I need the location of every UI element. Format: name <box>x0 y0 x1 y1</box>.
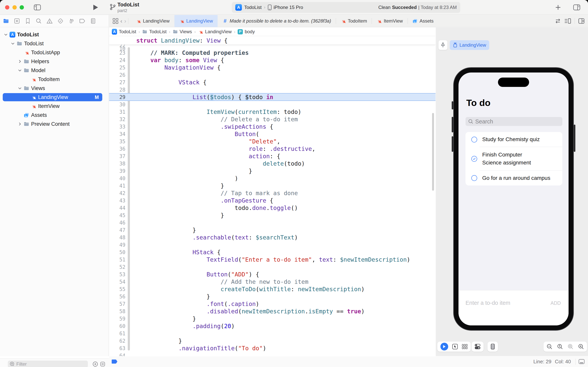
scheme-project[interactable]: TodoList <box>244 5 261 10</box>
tab-landingview[interactable]: LandingView <box>174 15 218 27</box>
zoom-fit-icon[interactable] <box>568 344 573 350</box>
code-line-39[interactable]: 39} <box>109 167 436 175</box>
todo-item[interactable]: Study for Chemisty quiz <box>465 132 562 147</box>
add-button[interactable] <box>554 3 562 11</box>
issue-navigator-icon[interactable] <box>45 17 54 25</box>
source-editor[interactable]: 2223// MARK: Computed properties24var bo… <box>109 36 436 356</box>
code-line-33[interactable]: 33.swipeActions { <box>109 123 436 130</box>
minimize-window-button[interactable] <box>12 5 17 9</box>
todo-item[interactable]: Finish Computer Science assignment <box>465 147 562 171</box>
tab-landingview[interactable]: LandingView <box>131 15 174 27</box>
close-window-button[interactable] <box>5 5 9 9</box>
code-line-35[interactable]: 35"Delete", <box>109 138 436 145</box>
live-preview-button[interactable] <box>440 343 448 350</box>
source-control-navigator-icon[interactable] <box>13 17 21 25</box>
chevron-down-icon[interactable] <box>3 32 8 37</box>
code-line-61[interactable]: 61 <box>109 330 436 337</box>
project-navigator-icon[interactable] <box>2 17 10 25</box>
breadcrumb-landingview[interactable]: LandingView <box>198 29 232 34</box>
code-line-58[interactable]: 58.disabled(newItemDescription.isEmpty =… <box>109 308 436 315</box>
sidebar-item-assets[interactable]: Assets <box>0 111 109 120</box>
activity-view[interactable]: A TodoList › iPhone 15 Pro Clean Succeed… <box>232 2 460 13</box>
code-line-40[interactable]: 40) <box>109 175 436 182</box>
chevron-down-icon[interactable] <box>17 85 23 91</box>
add-button-label[interactable]: ADD <box>550 300 561 306</box>
sidebar-item-todolistapp[interactable]: TodoListApp <box>0 48 109 57</box>
selectable-mode-icon[interactable] <box>452 344 458 350</box>
back-icon[interactable]: ‹ <box>120 18 122 24</box>
code-line-47[interactable]: 47} <box>109 226 436 234</box>
sidebar-item-model[interactable]: Model <box>0 66 109 75</box>
code-line-53[interactable]: 53Button("ADD") { <box>109 271 436 278</box>
code-line-51[interactable]: 51TextField("Enter a to-do item", text: … <box>109 256 436 263</box>
code-line-52[interactable]: 52 <box>109 263 436 271</box>
add-item-icon[interactable] <box>92 361 98 367</box>
code-line-38[interactable]: 38delete(todo) <box>109 160 436 167</box>
code-line-30[interactable]: 30 <box>109 101 436 108</box>
sidebar-item-landingview[interactable]: LandingViewM <box>0 93 109 102</box>
breadcrumb-body[interactable]: Pbody <box>238 29 255 34</box>
code-line-60[interactable]: 60.padding(20) <box>109 323 436 330</box>
breadcrumb-todolist[interactable]: TodoList <box>142 29 167 34</box>
add-editor-icon[interactable] <box>578 18 585 24</box>
code-line-49[interactable]: 49 <box>109 241 436 249</box>
tab-todoitem[interactable]: TodoItem <box>336 15 372 27</box>
code-line-26[interactable]: 26 <box>109 71 436 79</box>
code-line-29[interactable]: 29List($todos) { $todo in <box>109 93 436 101</box>
code-line-41[interactable]: 41} <box>109 182 436 190</box>
new-item-input[interactable]: Enter a to-do item <box>465 300 510 306</box>
sidebar-item-views[interactable]: Views <box>0 84 109 93</box>
run-button[interactable] <box>92 3 100 11</box>
zoom-100-icon[interactable] <box>557 344 563 350</box>
toggle-left-sidebar-icon[interactable] <box>34 3 41 11</box>
code-line-36[interactable]: 36role: .destructive, <box>109 145 436 153</box>
sidebar-item-helpers[interactable]: Helpers <box>0 57 109 66</box>
code-line-59[interactable]: 59} <box>109 315 436 323</box>
code-line-64[interactable]: 64 <box>109 352 436 356</box>
variants-mode-icon[interactable] <box>462 344 468 350</box>
code-line-57[interactable]: 57.font(.caption) <box>109 300 436 308</box>
editor-options-icon[interactable] <box>564 18 571 24</box>
code-line-45[interactable]: 45} <box>109 212 436 219</box>
code-line-46[interactable]: 46 <box>109 219 436 226</box>
breakpoint-navigator-icon[interactable] <box>78 17 86 25</box>
zoom-window-button[interactable] <box>20 5 24 9</box>
breakpoint-icon[interactable] <box>111 359 118 364</box>
sidebar-item-todolist[interactable]: TodoList <box>0 39 109 48</box>
editor-scrollbar[interactable] <box>432 113 434 191</box>
related-items-icon[interactable] <box>113 18 118 24</box>
chevron-down-icon[interactable] <box>10 41 16 46</box>
bookmark-navigator-icon[interactable] <box>24 17 32 25</box>
report-navigator-icon[interactable] <box>89 17 97 25</box>
pin-preview-button[interactable] <box>438 40 447 50</box>
code-line-63[interactable]: 63.navigationTitle("To do") <box>109 345 436 352</box>
filter-input[interactable]: Filter <box>8 361 88 367</box>
code-line-24[interactable]: 24var body: some View { <box>109 57 436 64</box>
find-navigator-icon[interactable] <box>35 17 43 25</box>
preview-target-chip[interactable]: LandingView <box>450 40 489 50</box>
code-line-34[interactable]: 34Button( <box>109 130 436 138</box>
breadcrumb-todolist[interactable]: ATodoList <box>112 29 136 34</box>
toggle-right-sidebar-icon[interactable] <box>573 3 581 11</box>
sidebar-item-todolist[interactable]: ATodoList <box>0 30 109 39</box>
checked-circle-icon[interactable] <box>471 156 477 162</box>
device-bezels-button[interactable] <box>487 342 498 352</box>
sidebar-item-itemview[interactable]: ItemView <box>0 102 109 111</box>
code-line-55[interactable]: 55createToDo(withTitle: newItemDescripti… <box>109 285 436 293</box>
todo-item[interactable]: Go for a run around campus <box>465 171 562 185</box>
code-line-27[interactable]: 27VStack { <box>109 79 436 86</box>
chevron-right-icon[interactable] <box>17 59 23 64</box>
test-navigator-icon[interactable] <box>56 17 65 25</box>
zoom-in-icon[interactable] <box>578 344 584 350</box>
device-settings-button[interactable] <box>471 342 484 352</box>
chevron-right-icon[interactable] <box>17 121 23 127</box>
code-line-25[interactable]: 25NavigationView { <box>109 64 436 71</box>
code-line-62[interactable]: 62} <box>109 337 436 345</box>
debug-navigator-icon[interactable] <box>67 17 76 25</box>
code-line-37[interactable]: 37action: { <box>109 153 436 160</box>
scm-filter-icon[interactable] <box>100 361 106 367</box>
tab-itemview[interactable]: ItemView <box>372 15 407 27</box>
tab-made-it-possible-to-delete-a-t[interactable]: #Made it possible to delete a to-do item… <box>218 15 336 27</box>
chevron-down-icon[interactable] <box>17 68 23 73</box>
code-line-23[interactable]: 23// MARK: Computed properties <box>109 49 436 57</box>
